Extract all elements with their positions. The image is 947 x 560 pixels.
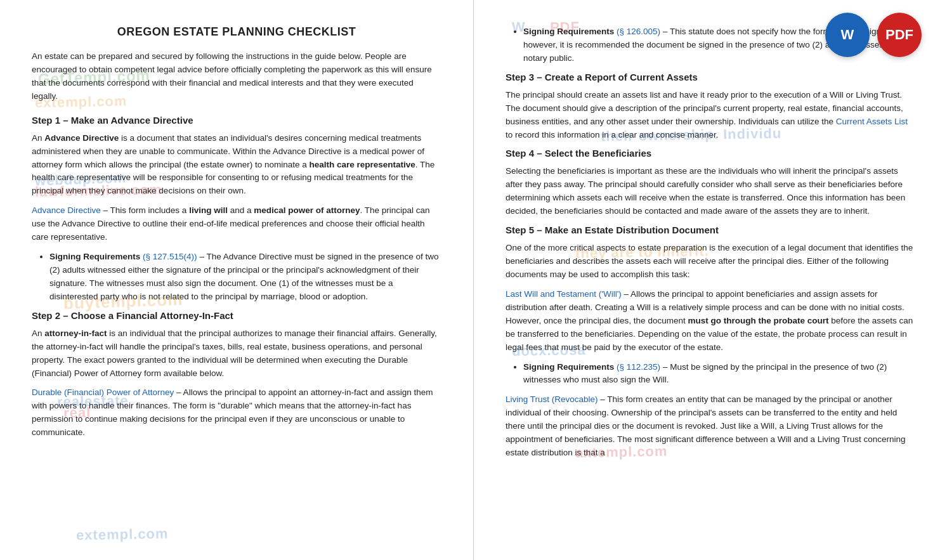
step3-body: The principal should create an assets li… — [506, 89, 915, 142]
doc-title: OREGON ESTATE PLANNING CHECKLIST — [32, 25, 441, 39]
step5-signing-bold: Signing Requirements — [523, 362, 614, 372]
step2-body2: Durable (Financial) Power of Attorney – … — [32, 386, 441, 440]
probate-court-bold: must go through the probate court — [688, 316, 828, 325]
step2-heading: Step 2 – Choose a Financial Attorney-In-… — [32, 310, 441, 321]
health-care-rep-bold: health care representative — [309, 160, 415, 169]
right-column: W PDF their ownership. Individu they are… — [474, 0, 947, 560]
step5-heading: Step 5 – Make an Estate Distribution Doc… — [506, 225, 915, 235]
step5-body1: One of the more critical aspects to esta… — [506, 242, 915, 282]
step5-will-text: Last Will and Testament ('Will') – Allow… — [506, 288, 915, 355]
attorney-in-fact-bold: attorney-in-fact — [44, 329, 107, 338]
top-buttons: W PDF — [825, 13, 922, 57]
living-trust-link[interactable]: Living Trust (Revocable) — [506, 394, 598, 404]
left-column: GetTempl.com extempl.com webdup.com lawf… — [0, 0, 473, 560]
durable-poa-link[interactable]: Durable (Financial) Power of Attorney — [32, 387, 174, 397]
advance-directive-bold: Advance Directive — [44, 133, 119, 143]
step2-body1: An attorney-in-fact is an individual tha… — [32, 327, 441, 381]
living-will-bold: living will — [189, 205, 228, 215]
last-will-link[interactable]: Last Will and Testament ('Will') — [506, 289, 622, 299]
advance-directive-link[interactable]: Advance Directive — [32, 205, 101, 215]
step5-trust-text: Living Trust (Revocable) – This form cre… — [506, 393, 915, 460]
step1-heading: Step 1 – Make an Advance Directive — [32, 115, 441, 126]
word-button[interactable]: W — [825, 13, 870, 57]
current-assets-link[interactable]: Current Assets List — [836, 117, 908, 126]
step5-signing-bullet: Signing Requirements (§ 112.235) – Must … — [523, 361, 915, 387]
step1-body1: An Advance Directive is a document that … — [32, 132, 441, 199]
step1-bullet1: Signing Requirements (§ 127.515(4)) – Th… — [49, 251, 441, 304]
medical-poa-bold: medical power of attorney — [254, 205, 360, 215]
right-signing-link[interactable]: (§ 126.005) — [617, 27, 660, 36]
intro-paragraph: An estate can be prepared and secured by… — [32, 50, 441, 103]
step1-bullets: Signing Requirements (§ 127.515(4)) – Th… — [49, 251, 441, 304]
step5-signing-link[interactable]: (§ 112.235) — [617, 362, 660, 372]
pdf-button[interactable]: PDF — [877, 13, 922, 57]
step4-body: Selecting the beneficiaries is important… — [506, 165, 915, 218]
signing-req-label1: Signing Requirements — [49, 252, 140, 261]
signing-req-link1[interactable]: (§ 127.515(4)) — [143, 252, 197, 261]
step4-heading: Step 4 – Select the Beneficiaries — [506, 148, 915, 159]
step3-heading: Step 3 – Create a Report of Current Asse… — [506, 72, 915, 82]
right-signing-bold: Signing Requirements — [523, 27, 614, 36]
step1-body2: Advance Directive – This form includes a… — [32, 204, 441, 244]
step5-bullets: Signing Requirements (§ 112.235) – Must … — [523, 361, 915, 387]
watermark-extempl2: extempl.com — [76, 526, 169, 544]
